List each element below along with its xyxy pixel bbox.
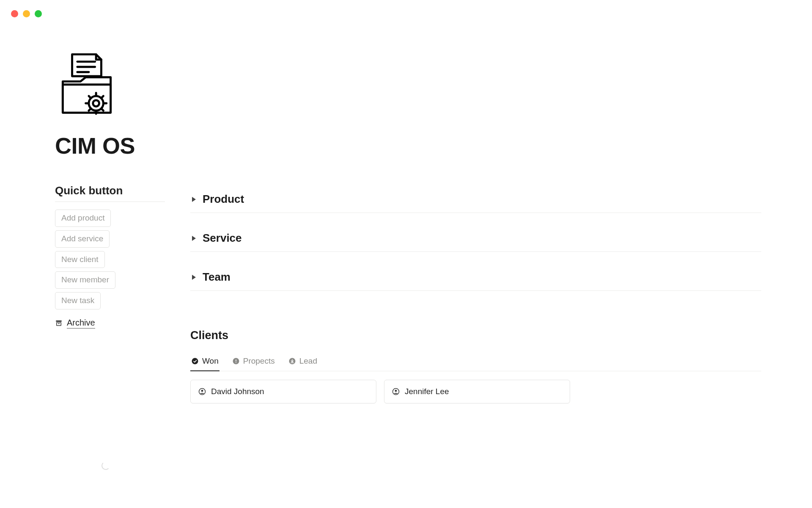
page-logo — [55, 51, 165, 121]
svg-point-23 — [201, 390, 203, 392]
caret-right-icon — [192, 236, 196, 241]
svg-line-12 — [101, 108, 103, 110]
clients-heading: Clients — [190, 329, 761, 342]
new-client-button[interactable]: New client — [55, 251, 105, 268]
window-maximize-button[interactable] — [35, 10, 42, 17]
toggle-product[interactable]: Product — [190, 186, 761, 213]
client-name: David Johnson — [211, 387, 264, 396]
loading-spinner-icon — [102, 461, 110, 470]
svg-rect-18 — [236, 359, 236, 362]
window-minimize-button[interactable] — [23, 10, 30, 17]
svg-rect-13 — [56, 320, 62, 322]
svg-line-10 — [101, 96, 103, 98]
tab-propects[interactable]: Propects — [231, 352, 276, 371]
alert-circle-icon — [232, 357, 240, 365]
svg-line-11 — [89, 108, 91, 110]
archive-link[interactable]: Archive — [55, 318, 165, 329]
client-card[interactable]: Jennifer Lee — [384, 380, 570, 403]
add-product-button[interactable]: Add product — [55, 210, 111, 227]
caret-right-icon — [192, 197, 196, 202]
tab-label: Propects — [243, 356, 275, 366]
folder-gear-icon — [55, 51, 118, 119]
svg-point-25 — [395, 390, 397, 392]
toggle-label: Service — [203, 232, 242, 245]
caret-right-icon — [192, 275, 196, 280]
toggle-label: Product — [203, 193, 244, 206]
tab-lead[interactable]: Lead — [288, 352, 318, 371]
check-circle-icon — [191, 357, 199, 365]
add-service-button[interactable]: Add service — [55, 230, 110, 248]
svg-line-9 — [89, 96, 91, 98]
quick-button-list: Add product Add service New client New m… — [55, 210, 165, 309]
svg-point-19 — [236, 362, 236, 363]
page-title: CIM OS — [55, 133, 165, 159]
tab-label: Won — [202, 356, 219, 366]
svg-point-16 — [192, 358, 198, 364]
client-cards: David Johnson Jennifer Lee — [190, 380, 761, 403]
clients-tabs: Won Propects Lead — [190, 352, 761, 371]
toggle-label: Team — [203, 271, 230, 284]
new-task-button[interactable]: New task — [55, 292, 101, 309]
window-close-button[interactable] — [11, 10, 18, 17]
tab-won[interactable]: Won — [190, 352, 219, 371]
person-icon — [198, 388, 206, 395]
client-card[interactable]: David Johnson — [190, 380, 376, 403]
toggle-service[interactable]: Service — [190, 225, 761, 252]
download-circle-icon — [288, 357, 296, 365]
new-member-button[interactable]: New member — [55, 271, 115, 289]
client-name: Jennifer Lee — [405, 387, 449, 396]
archive-label: Archive — [67, 318, 95, 329]
toggle-team[interactable]: Team — [190, 264, 761, 291]
clients-section: Clients Won Propects — [190, 329, 761, 403]
person-icon — [392, 388, 400, 395]
window-controls — [0, 0, 812, 17]
quick-button-heading: Quick button — [55, 184, 165, 202]
archive-icon — [55, 319, 63, 327]
tab-label: Lead — [299, 356, 317, 366]
